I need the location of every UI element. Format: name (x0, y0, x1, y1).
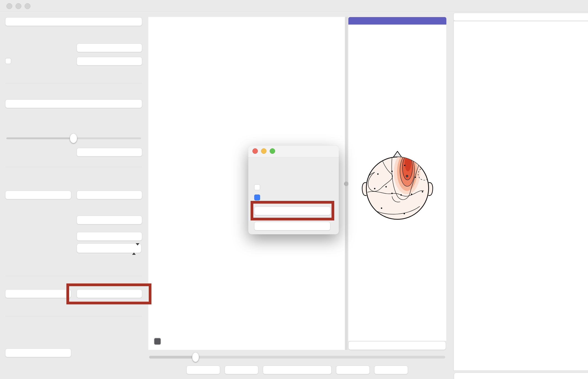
change-signals-button[interactable] (77, 44, 142, 52)
load-model-button[interactable] (5, 99, 142, 108)
amplitude-badge-icon[interactable] (154, 338, 161, 345)
dialog-title-bar (248, 146, 339, 158)
threshold-slider-fill (6, 137, 74, 139)
save-topoplot-images-button[interactable] (348, 341, 446, 350)
export-png-button[interactable] (5, 289, 71, 298)
select-file-button[interactable] (5, 17, 142, 26)
amplitude-minus-button[interactable] (77, 232, 142, 241)
update-header-save-button[interactable] (254, 222, 330, 230)
filter-signals-checkbox[interactable] (5, 58, 11, 64)
back-1s-button[interactable] (225, 365, 258, 374)
save-to-edf-dialog (248, 146, 339, 234)
topoplot-figure (348, 138, 446, 238)
divider (5, 167, 142, 167)
open-annotation-editor-button[interactable] (453, 13, 588, 21)
edit-header-highlight-box (251, 201, 334, 221)
help-button[interactable] (5, 348, 71, 357)
minimize-button[interactable] (15, 3, 21, 9)
divider (5, 83, 142, 83)
app-window (0, 0, 588, 379)
forward-1s-button[interactable] (336, 365, 370, 374)
save-edf-highlight-box (66, 284, 151, 304)
same-as-original-checkbox[interactable] (254, 184, 260, 190)
stepper-icon (132, 245, 137, 251)
open-zoom-button[interactable] (5, 191, 71, 199)
title-bar (0, 0, 588, 12)
back-10s-button[interactable] (186, 365, 220, 374)
change-filter-button[interactable] (77, 57, 142, 65)
close-button[interactable] (6, 3, 12, 9)
dialog-zoom-button[interactable] (270, 148, 275, 154)
hide-topoplots-button[interactable] (77, 148, 142, 157)
topoplot-header (348, 17, 446, 25)
splitter-handle-icon (344, 182, 348, 186)
power-spectrum-button[interactable] (77, 191, 142, 199)
open-signal-stats-button[interactable] (454, 373, 588, 379)
scroll-slider-thumb[interactable] (192, 352, 199, 362)
zoom-button[interactable] (25, 3, 30, 9)
divider (5, 316, 142, 316)
annotation-list[interactable] (453, 21, 588, 371)
amplitude-plus-button[interactable] (77, 216, 142, 224)
jump-to-button[interactable] (263, 365, 332, 374)
panel-splitter[interactable] (345, 17, 348, 350)
anonymize-checkbox[interactable] (254, 194, 260, 200)
threshold-slider-thumb[interactable] (70, 134, 77, 143)
window-size-select[interactable] (77, 243, 141, 253)
scroll-slider-fill (149, 356, 196, 359)
dialog-minimize-button[interactable] (261, 148, 267, 154)
forward-10s-button[interactable] (374, 365, 408, 374)
dialog-close-button[interactable] (252, 148, 258, 154)
divider (5, 276, 142, 276)
